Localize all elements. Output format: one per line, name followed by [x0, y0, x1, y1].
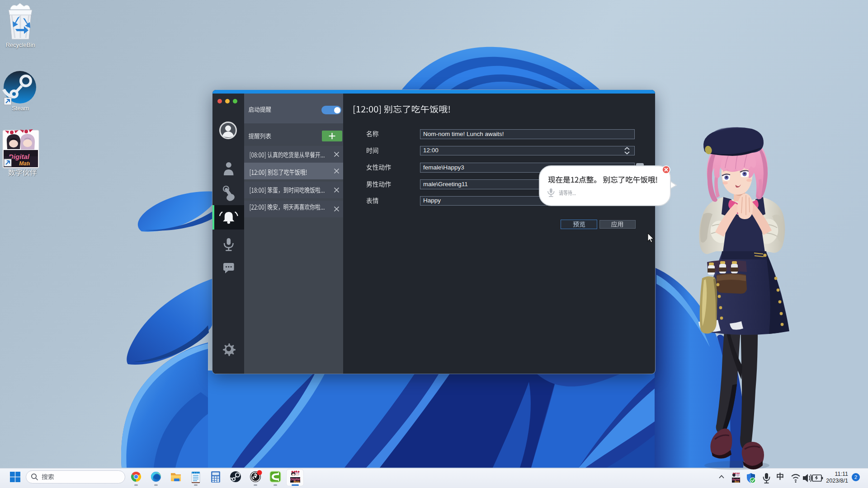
- svg-text:Mate: Mate: [19, 160, 32, 167]
- svg-text:Digital: Digital: [9, 153, 30, 160]
- svg-text:Mate: Mate: [735, 481, 740, 483]
- svg-text:Mate: Mate: [293, 480, 300, 483]
